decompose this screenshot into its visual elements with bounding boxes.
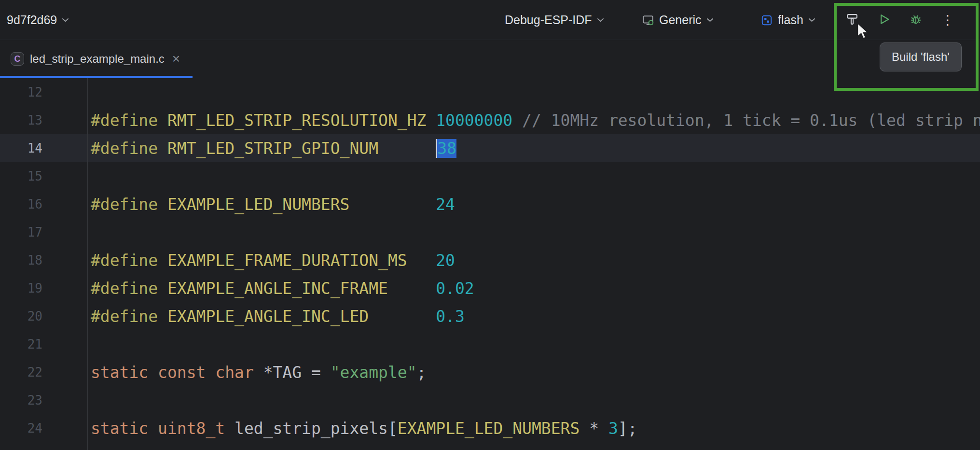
gutter[interactable] — [42, 106, 87, 134]
line-number[interactable]: 16 — [0, 190, 42, 218]
gutter[interactable] — [42, 358, 87, 386]
gutter[interactable] — [42, 274, 87, 302]
code-segment: #define — [91, 251, 167, 270]
run-button[interactable] — [877, 14, 891, 27]
tab-led-strip-example-main[interactable]: C led_strip_example_main.c × — [0, 40, 193, 78]
gutter[interactable] — [42, 330, 87, 358]
code-text: #define RMT_LED_STRIP_GPIO_NUM 38 — [87, 139, 456, 158]
code-line[interactable]: 22static const char *TAG = "example"; — [0, 358, 980, 386]
code-segment: * — [580, 419, 608, 438]
code-text: #define EXAMPLE_ANGLE_INC_LED 0.3 — [87, 307, 465, 326]
gutter[interactable] — [42, 190, 87, 218]
line-number[interactable]: 14 — [0, 134, 42, 162]
code-segment: // 10MHz resolution, 1 tick = 0.1us (led… — [522, 111, 980, 130]
code-segment: ]; — [618, 419, 637, 438]
code-segment: 3 — [608, 419, 618, 438]
code-segment: 0.02 — [436, 279, 474, 298]
code-segment: ; — [417, 363, 427, 382]
code-segment: 20 — [436, 251, 455, 270]
code-segment — [512, 111, 522, 130]
gutter[interactable] — [42, 134, 87, 162]
gutter[interactable] — [42, 386, 87, 414]
code-segment: *TAG = — [263, 363, 331, 382]
chevron-down-icon — [62, 18, 69, 22]
line-number[interactable]: 13 — [0, 106, 42, 134]
chevron-down-icon — [808, 18, 815, 22]
code-text: #define RMT_LED_STRIP_RESOLUTION_HZ 1000… — [87, 111, 980, 130]
code-line[interactable]: 13#define RMT_LED_STRIP_RESOLUTION_HZ 10… — [0, 106, 980, 134]
code-segment: RMT_LED_STRIP_GPIO_NUM — [167, 139, 436, 158]
gutter[interactable] — [42, 78, 87, 106]
code-segment: EXAMPLE_LED_NUMBERS — [398, 419, 580, 438]
code-line[interactable]: 14#define RMT_LED_STRIP_GPIO_NUM 38 — [0, 134, 980, 162]
code-segment: #define — [91, 307, 167, 326]
c-file-icon: C — [11, 52, 24, 66]
play-icon — [877, 13, 891, 28]
code-text: #define EXAMPLE_ANGLE_INC_FRAME 0.02 — [87, 279, 474, 298]
code-line[interactable]: 16#define EXAMPLE_LED_NUMBERS 24 — [0, 190, 980, 218]
code-segment: EXAMPLE_ANGLE_INC_FRAME — [167, 279, 436, 298]
code-text: static uint8_t led_strip_pixels[EXAMPLE_… — [87, 419, 637, 438]
debug-button[interactable] — [909, 14, 923, 27]
code-line[interactable]: 17 — [0, 218, 980, 246]
run-target-selector[interactable]: flash — [760, 0, 815, 40]
run-target-label: flash — [778, 13, 803, 27]
line-number[interactable]: 12 — [0, 78, 42, 106]
project-widget[interactable]: 9d7f2d69 — [7, 0, 69, 40]
code-text: static const char *TAG = "example"; — [87, 363, 426, 382]
code-text: #define EXAMPLE_FRAME_DURATION_MS 20 — [87, 251, 455, 270]
code-segment: static — [91, 419, 158, 438]
toolbar-actions: ⋮ — [845, 0, 954, 40]
line-number[interactable]: 22 — [0, 358, 42, 386]
code-lines: 1213#define RMT_LED_STRIP_RESOLUTION_HZ … — [0, 78, 980, 442]
gutter[interactable] — [42, 162, 87, 190]
line-number[interactable]: 18 — [0, 246, 42, 274]
line-number[interactable]: 23 — [0, 386, 42, 414]
code-line[interactable]: 12 — [0, 78, 980, 106]
code-segment: EXAMPLE_FRAME_DURATION_MS — [167, 251, 436, 270]
cmake-profile-selector[interactable]: Generic — [642, 0, 714, 40]
close-tab-icon[interactable]: × — [172, 52, 180, 66]
build-button[interactable] — [845, 14, 859, 27]
gutter[interactable] — [42, 218, 87, 246]
code-segment: EXAMPLE_LED_NUMBERS — [167, 195, 436, 214]
code-text: #define EXAMPLE_LED_NUMBERS 24 — [87, 195, 455, 214]
code-line[interactable]: 21 — [0, 330, 980, 358]
code-segment: 10000000 — [436, 111, 512, 130]
selected-code-segment: 38 — [436, 139, 456, 158]
line-number[interactable]: 15 — [0, 162, 42, 190]
line-number[interactable]: 21 — [0, 330, 42, 358]
code-line[interactable]: 18#define EXAMPLE_FRAME_DURATION_MS 20 — [0, 246, 980, 274]
cmake-profile-icon — [642, 14, 654, 27]
chevron-down-icon — [706, 18, 714, 22]
code-segment: RMT_LED_STRIP_RESOLUTION_HZ — [167, 111, 436, 130]
code-segment: #define — [91, 279, 167, 298]
code-segment: 24 — [436, 195, 455, 214]
code-line[interactable]: 23 — [0, 386, 980, 414]
code-segment: led_strip_pixels[ — [235, 419, 398, 438]
gutter[interactable] — [42, 246, 87, 274]
gutter[interactable] — [42, 302, 87, 330]
code-line[interactable]: 15 — [0, 162, 980, 190]
chevron-down-icon — [597, 18, 604, 22]
line-number[interactable]: 17 — [0, 218, 42, 246]
run-debug-config-selector[interactable]: Debug-ESP-IDF — [505, 0, 604, 40]
code-editor[interactable]: 1213#define RMT_LED_STRIP_RESOLUTION_HZ … — [0, 78, 980, 450]
main-toolbar: 9d7f2d69 Debug-ESP-IDF Generic — [0, 0, 980, 40]
hammer-icon — [845, 13, 859, 28]
line-number[interactable]: 24 — [0, 414, 42, 442]
code-segment: "example" — [331, 363, 417, 382]
code-segment: uint8_t — [158, 419, 235, 438]
code-segment: #define — [91, 139, 167, 158]
run-target-icon — [760, 14, 773, 27]
code-segment: 0.3 — [436, 307, 465, 326]
more-actions-button[interactable]: ⋮ — [941, 14, 954, 27]
kebab-menu-icon: ⋮ — [941, 14, 954, 27]
line-number[interactable]: 19 — [0, 274, 42, 302]
code-line[interactable]: 19#define EXAMPLE_ANGLE_INC_FRAME 0.02 — [0, 274, 980, 302]
code-line[interactable]: 24static uint8_t led_strip_pixels[EXAMPL… — [0, 414, 980, 442]
code-line[interactable]: 20#define EXAMPLE_ANGLE_INC_LED 0.3 — [0, 302, 980, 330]
gutter[interactable] — [42, 414, 87, 442]
line-number[interactable]: 20 — [0, 302, 42, 330]
code-segment: #define — [91, 111, 167, 130]
